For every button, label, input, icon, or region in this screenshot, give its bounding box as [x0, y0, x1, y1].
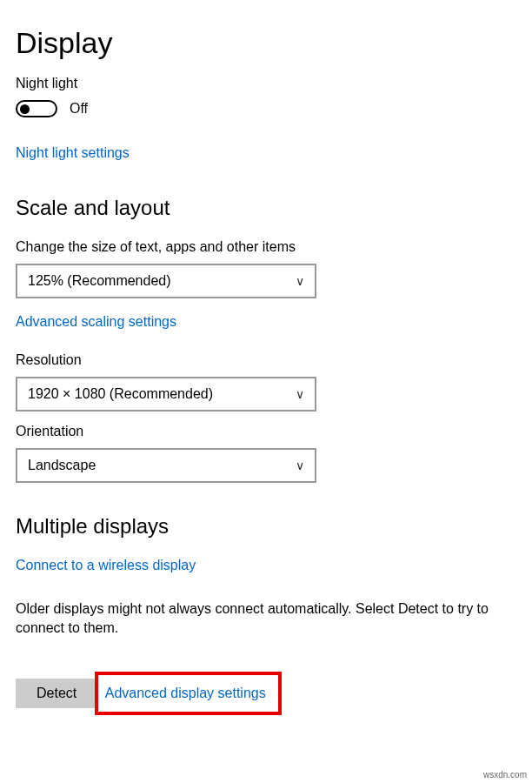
- multiple-displays-heading: Multiple displays: [16, 514, 516, 539]
- night-light-toggle[interactable]: [16, 100, 57, 117]
- resolution-label: Resolution: [16, 352, 516, 368]
- scale-layout-heading: Scale and layout: [16, 196, 516, 220]
- resolution-dropdown[interactable]: 1920 × 1080 (Recommended) ∨: [16, 377, 316, 412]
- chevron-down-icon: ∨: [296, 274, 304, 288]
- orientation-value: Landscape: [28, 458, 96, 473]
- orientation-dropdown[interactable]: Landscape ∨: [16, 448, 316, 483]
- night-light-label: Night light: [16, 76, 516, 91]
- night-light-state: Off: [70, 101, 88, 117]
- highlight-box: Advanced display settings: [95, 672, 282, 715]
- resolution-value: 1920 × 1080 (Recommended): [28, 386, 213, 402]
- night-light-toggle-row: Off: [16, 100, 516, 117]
- detect-button[interactable]: Detect: [16, 679, 97, 708]
- chevron-down-icon: ∨: [296, 387, 304, 401]
- watermark: wsxdn.com: [483, 770, 527, 780]
- text-size-value: 125% (Recommended): [28, 273, 171, 289]
- connect-wireless-link[interactable]: Connect to a wireless display: [16, 558, 196, 573]
- chevron-down-icon: ∨: [296, 458, 304, 472]
- detect-info-text: Older displays might not always connect …: [16, 599, 502, 637]
- text-size-label: Change the size of text, apps and other …: [16, 239, 516, 255]
- advanced-display-settings-link[interactable]: Advanced display settings: [105, 686, 266, 701]
- night-light-settings-link[interactable]: Night light settings: [16, 145, 130, 161]
- text-size-dropdown[interactable]: 125% (Recommended) ∨: [16, 264, 316, 298]
- page-title: Display: [16, 26, 516, 60]
- advanced-scaling-link[interactable]: Advanced scaling settings: [16, 314, 176, 330]
- orientation-label: Orientation: [16, 424, 516, 439]
